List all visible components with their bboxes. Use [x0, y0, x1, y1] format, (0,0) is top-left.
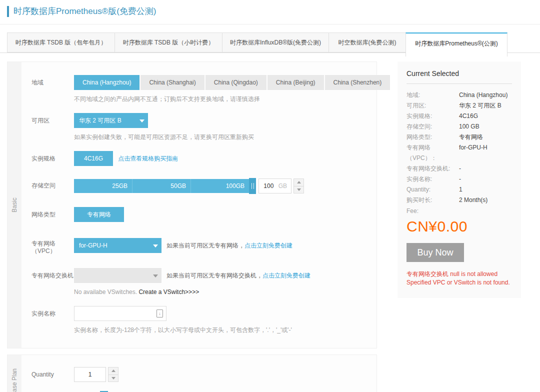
region-options: China (Hangzhou) China (Shanghai) China … [74, 75, 391, 90]
tab-spatiotemporal[interactable]: 时空数据库(免费公测) [328, 32, 406, 52]
summary-row-quantity: Quantity:1 [406, 184, 512, 195]
error-line-1: 专有网络交换机 null is not allowed [406, 270, 512, 278]
quantity-stepper [108, 367, 118, 382]
storage-tick-50gb[interactable]: 50GB [132, 179, 191, 193]
summary-row-vpc: 专有网络（VPC）：for-GPU-H [406, 142, 512, 164]
product-tabbar: 时序数据库 TSDB 版（包年包月） 时序数据库 TSDB 版（小时计费） 时序… [7, 32, 533, 56]
purchase-plan-section-label: Purchase Plan [11, 368, 18, 392]
zone-label: 可用区 [32, 113, 74, 128]
input-adornment-icon: ↓ [156, 310, 163, 318]
purchase-plan-strip: Purchase Plan [8, 355, 22, 392]
vpc-select[interactable]: for-GPU-H [74, 238, 162, 253]
spec-option-4c16g[interactable]: 4C16G [74, 151, 113, 166]
zone-note: 如果实例创建失败，可能是可用区资源不足，请更换可用区重新购买 [74, 133, 391, 141]
vpc-select-value: for-GPU-H [74, 242, 150, 249]
region-option-hangzhou[interactable]: China (Hangzhou) [74, 75, 140, 90]
instance-name-input[interactable]: ↓ [74, 306, 166, 321]
spec-label: 实例规格 [32, 151, 74, 166]
basic-section-strip: Basic [8, 62, 22, 348]
caret-down-icon [150, 272, 162, 279]
vswitch-create-link[interactable]: 点击立刻免费创建 [262, 272, 310, 279]
caret-down-icon [150, 242, 162, 249]
zone-select-value: 华东 2 可用区 B [74, 116, 136, 125]
purchase-plan-section: Purchase Plan Quantity 1 [7, 354, 377, 392]
region-label: 地域 [32, 75, 74, 90]
basic-section: Basic 地域 China (Hangzhou) China (Shangha… [7, 62, 377, 348]
region-option-qingdao[interactable]: China (Qingdao) [206, 75, 266, 90]
summary-row-network-type: 网络类型:专有网络 [406, 132, 512, 142]
region-note: 不同地域之间的产品内网不互通；订购后不支持更换地域，请谨慎选择 [74, 95, 391, 103]
quantity-label: Quantity [32, 367, 74, 382]
storage-tick-100gb[interactable]: 100GB [191, 179, 249, 193]
summary-row-spec: 实例规格:4C16G [406, 111, 512, 122]
summary-row-region: 地域:China (Hangzhou) [406, 90, 512, 100]
summary-row-vswitch: 专有网络交换机:- [406, 164, 512, 174]
vswitch-note: 如果当前可用区无专有网络交换机， [166, 272, 262, 279]
storage-slider-handle[interactable] [249, 178, 256, 194]
summary-row-zone: 可用区:华东 2 可用区 B [406, 100, 512, 111]
storage-input-unit: GB [278, 182, 291, 190]
region-option-beijing[interactable]: China (Beijing) [268, 75, 324, 90]
vswitch-label: 专有网络交换机 [32, 268, 74, 283]
quantity-value: 1 [88, 371, 92, 378]
storage-stepper [294, 178, 304, 194]
vswitch-empty-create-link[interactable]: Create a VSwitch>>>> [138, 288, 199, 296]
storage-label: 存储空间 [32, 178, 74, 194]
summary-row-instance-name: 实例名称:- [406, 174, 512, 184]
fee-value: CN¥0.00 [406, 218, 512, 235]
basic-section-label: Basic [11, 198, 18, 212]
error-line-2: Specified VPC or VSwitch is not found. [406, 278, 512, 287]
caret-down-icon [136, 117, 148, 124]
network-type-option-vpc[interactable]: 专有网络 [74, 207, 124, 222]
region-option-shenzhen[interactable]: China (Shenzhen) [325, 75, 390, 90]
vpc-create-link[interactable]: 点击立刻免费创建 [244, 242, 292, 249]
vswitch-empty-note: No availabe VSwitches. Create a VSwitch>… [74, 288, 391, 296]
storage-stepper-up[interactable] [294, 179, 304, 186]
title-divider [0, 24, 540, 24]
tab-tsdb-subscription[interactable]: 时序数据库 TSDB 版（包年包月） [7, 32, 115, 52]
zone-select[interactable]: 华东 2 可用区 B [74, 113, 148, 128]
tab-tsdb-hourly[interactable]: 时序数据库 TSDB 版（小时计费） [114, 32, 222, 52]
storage-stepper-down[interactable] [294, 186, 304, 194]
storage-slider[interactable]: 25GB 50GB 100GB [74, 179, 249, 193]
summary-row-duration: 购买时长:2 Month(s) [406, 195, 512, 206]
spec-guide-link[interactable]: 点击查看规格购买指南 [118, 155, 178, 162]
config-column: Basic 地域 China (Hangzhou) China (Shangha… [7, 62, 377, 392]
tab-prometheus[interactable]: 时序数据库Prometheus®(公测) [406, 32, 508, 56]
storage-tick-25gb[interactable]: 25GB [74, 179, 132, 193]
quantity-stepper-up[interactable] [108, 368, 118, 375]
buy-now-button[interactable]: Buy Now [406, 243, 464, 262]
fee-label: Fee: [406, 206, 512, 216]
vswitch-select[interactable] [74, 268, 162, 283]
page-title: 时序数据库Prometheus®版(免费公测) [7, 6, 533, 17]
current-selected-panel: Current Selected 地域:China (Hangzhou) 可用区… [398, 62, 521, 298]
vpc-label: 专有网络 （VPC） [32, 236, 74, 255]
vpc-note: 如果当前可用区无专有网络， [166, 242, 244, 249]
summary-row-storage: 存储空间:100 GB [406, 122, 512, 132]
storage-input-value: 100 [259, 182, 278, 190]
tab-influxdb[interactable]: 时序数据库InfluxDB®版(免费公测) [222, 32, 329, 52]
quantity-input[interactable]: 1 [74, 367, 106, 382]
storage-input[interactable]: 100 GB [258, 178, 292, 194]
instance-name-label: 实例名称 [32, 306, 74, 321]
network-type-label: 网络类型 [32, 207, 74, 222]
summary-title: Current Selected [406, 70, 512, 84]
quantity-stepper-down[interactable] [108, 375, 118, 382]
instance-name-note: 实例名称，长度为-128个字符，以大小写字母或中文开头，可包含数字，'.'，'_… [74, 326, 391, 334]
region-option-shanghai[interactable]: China (Shanghai) [140, 75, 204, 90]
error-message: 专有网络交换机 null is not allowed Specified VP… [406, 270, 512, 287]
